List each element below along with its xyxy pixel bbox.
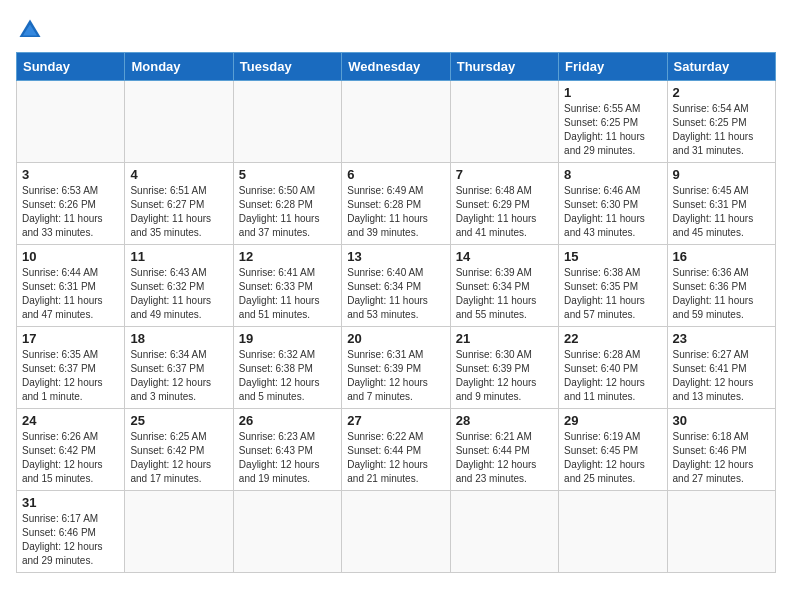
day-number: 2 [673,85,770,100]
day-number: 23 [673,331,770,346]
calendar-cell [125,491,233,573]
day-number: 3 [22,167,119,182]
weekday-header-tuesday: Tuesday [233,53,341,81]
calendar-cell: 2Sunrise: 6:54 AM Sunset: 6:25 PM Daylig… [667,81,775,163]
cell-info: Sunrise: 6:21 AM Sunset: 6:44 PM Dayligh… [456,430,553,486]
calendar-week-row: 10Sunrise: 6:44 AM Sunset: 6:31 PM Dayli… [17,245,776,327]
cell-info: Sunrise: 6:19 AM Sunset: 6:45 PM Dayligh… [564,430,661,486]
day-number: 22 [564,331,661,346]
day-number: 6 [347,167,444,182]
weekday-header-friday: Friday [559,53,667,81]
day-number: 5 [239,167,336,182]
cell-info: Sunrise: 6:41 AM Sunset: 6:33 PM Dayligh… [239,266,336,322]
calendar-cell: 9Sunrise: 6:45 AM Sunset: 6:31 PM Daylig… [667,163,775,245]
cell-info: Sunrise: 6:38 AM Sunset: 6:35 PM Dayligh… [564,266,661,322]
day-number: 26 [239,413,336,428]
calendar-cell: 5Sunrise: 6:50 AM Sunset: 6:28 PM Daylig… [233,163,341,245]
cell-info: Sunrise: 6:26 AM Sunset: 6:42 PM Dayligh… [22,430,119,486]
logo [16,16,48,44]
calendar-cell: 11Sunrise: 6:43 AM Sunset: 6:32 PM Dayli… [125,245,233,327]
cell-info: Sunrise: 6:27 AM Sunset: 6:41 PM Dayligh… [673,348,770,404]
day-number: 12 [239,249,336,264]
day-number: 18 [130,331,227,346]
cell-info: Sunrise: 6:53 AM Sunset: 6:26 PM Dayligh… [22,184,119,240]
weekday-header-row: SundayMondayTuesdayWednesdayThursdayFrid… [17,53,776,81]
cell-info: Sunrise: 6:25 AM Sunset: 6:42 PM Dayligh… [130,430,227,486]
calendar-cell: 7Sunrise: 6:48 AM Sunset: 6:29 PM Daylig… [450,163,558,245]
calendar-week-row: 31Sunrise: 6:17 AM Sunset: 6:46 PM Dayli… [17,491,776,573]
weekday-header-wednesday: Wednesday [342,53,450,81]
weekday-header-monday: Monday [125,53,233,81]
calendar-cell [233,491,341,573]
cell-info: Sunrise: 6:50 AM Sunset: 6:28 PM Dayligh… [239,184,336,240]
day-number: 14 [456,249,553,264]
weekday-header-thursday: Thursday [450,53,558,81]
calendar-cell [342,491,450,573]
calendar-cell: 12Sunrise: 6:41 AM Sunset: 6:33 PM Dayli… [233,245,341,327]
cell-info: Sunrise: 6:28 AM Sunset: 6:40 PM Dayligh… [564,348,661,404]
day-number: 28 [456,413,553,428]
day-number: 31 [22,495,119,510]
cell-info: Sunrise: 6:51 AM Sunset: 6:27 PM Dayligh… [130,184,227,240]
calendar-cell [125,81,233,163]
day-number: 7 [456,167,553,182]
cell-info: Sunrise: 6:35 AM Sunset: 6:37 PM Dayligh… [22,348,119,404]
calendar-cell: 6Sunrise: 6:49 AM Sunset: 6:28 PM Daylig… [342,163,450,245]
calendar-cell: 30Sunrise: 6:18 AM Sunset: 6:46 PM Dayli… [667,409,775,491]
calendar-week-row: 17Sunrise: 6:35 AM Sunset: 6:37 PM Dayli… [17,327,776,409]
day-number: 21 [456,331,553,346]
calendar-cell: 8Sunrise: 6:46 AM Sunset: 6:30 PM Daylig… [559,163,667,245]
day-number: 4 [130,167,227,182]
calendar-cell: 22Sunrise: 6:28 AM Sunset: 6:40 PM Dayli… [559,327,667,409]
cell-info: Sunrise: 6:43 AM Sunset: 6:32 PM Dayligh… [130,266,227,322]
cell-info: Sunrise: 6:31 AM Sunset: 6:39 PM Dayligh… [347,348,444,404]
cell-info: Sunrise: 6:18 AM Sunset: 6:46 PM Dayligh… [673,430,770,486]
calendar-cell [667,491,775,573]
calendar-cell: 13Sunrise: 6:40 AM Sunset: 6:34 PM Dayli… [342,245,450,327]
day-number: 11 [130,249,227,264]
cell-info: Sunrise: 6:34 AM Sunset: 6:37 PM Dayligh… [130,348,227,404]
cell-info: Sunrise: 6:46 AM Sunset: 6:30 PM Dayligh… [564,184,661,240]
cell-info: Sunrise: 6:23 AM Sunset: 6:43 PM Dayligh… [239,430,336,486]
day-number: 25 [130,413,227,428]
day-number: 13 [347,249,444,264]
day-number: 17 [22,331,119,346]
calendar-cell [233,81,341,163]
calendar-cell: 23Sunrise: 6:27 AM Sunset: 6:41 PM Dayli… [667,327,775,409]
calendar-table: SundayMondayTuesdayWednesdayThursdayFrid… [16,52,776,573]
cell-info: Sunrise: 6:22 AM Sunset: 6:44 PM Dayligh… [347,430,444,486]
calendar-cell: 14Sunrise: 6:39 AM Sunset: 6:34 PM Dayli… [450,245,558,327]
cell-info: Sunrise: 6:54 AM Sunset: 6:25 PM Dayligh… [673,102,770,158]
calendar-cell: 20Sunrise: 6:31 AM Sunset: 6:39 PM Dayli… [342,327,450,409]
cell-info: Sunrise: 6:36 AM Sunset: 6:36 PM Dayligh… [673,266,770,322]
calendar-week-row: 3Sunrise: 6:53 AM Sunset: 6:26 PM Daylig… [17,163,776,245]
day-number: 29 [564,413,661,428]
calendar-week-row: 1Sunrise: 6:55 AM Sunset: 6:25 PM Daylig… [17,81,776,163]
cell-info: Sunrise: 6:48 AM Sunset: 6:29 PM Dayligh… [456,184,553,240]
calendar-cell: 17Sunrise: 6:35 AM Sunset: 6:37 PM Dayli… [17,327,125,409]
header-section [16,16,776,44]
calendar-cell: 3Sunrise: 6:53 AM Sunset: 6:26 PM Daylig… [17,163,125,245]
calendar-cell: 29Sunrise: 6:19 AM Sunset: 6:45 PM Dayli… [559,409,667,491]
calendar-cell [342,81,450,163]
calendar-cell: 25Sunrise: 6:25 AM Sunset: 6:42 PM Dayli… [125,409,233,491]
calendar-cell [450,81,558,163]
cell-info: Sunrise: 6:30 AM Sunset: 6:39 PM Dayligh… [456,348,553,404]
cell-info: Sunrise: 6:55 AM Sunset: 6:25 PM Dayligh… [564,102,661,158]
cell-info: Sunrise: 6:44 AM Sunset: 6:31 PM Dayligh… [22,266,119,322]
calendar-cell: 31Sunrise: 6:17 AM Sunset: 6:46 PM Dayli… [17,491,125,573]
cell-info: Sunrise: 6:40 AM Sunset: 6:34 PM Dayligh… [347,266,444,322]
calendar-cell: 4Sunrise: 6:51 AM Sunset: 6:27 PM Daylig… [125,163,233,245]
cell-info: Sunrise: 6:49 AM Sunset: 6:28 PM Dayligh… [347,184,444,240]
calendar-cell [559,491,667,573]
calendar-cell: 19Sunrise: 6:32 AM Sunset: 6:38 PM Dayli… [233,327,341,409]
calendar-cell [450,491,558,573]
calendar-cell: 28Sunrise: 6:21 AM Sunset: 6:44 PM Dayli… [450,409,558,491]
cell-info: Sunrise: 6:39 AM Sunset: 6:34 PM Dayligh… [456,266,553,322]
calendar-cell: 1Sunrise: 6:55 AM Sunset: 6:25 PM Daylig… [559,81,667,163]
day-number: 19 [239,331,336,346]
day-number: 8 [564,167,661,182]
day-number: 1 [564,85,661,100]
cell-info: Sunrise: 6:17 AM Sunset: 6:46 PM Dayligh… [22,512,119,568]
day-number: 24 [22,413,119,428]
